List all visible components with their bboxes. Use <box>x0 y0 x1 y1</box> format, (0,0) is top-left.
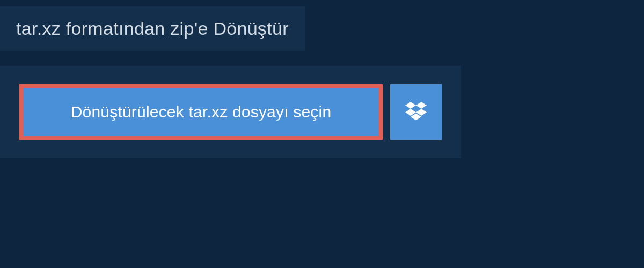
select-file-button[interactable]: Dönüştürülecek tar.xz dosyayı seçin <box>19 84 383 140</box>
button-row: Dönüştürülecek tar.xz dosyayı seçin <box>19 84 442 140</box>
page-title: tar.xz formatından zip'e Dönüştür <box>16 18 289 39</box>
dropbox-icon <box>405 102 427 122</box>
upload-panel: Dönüştürülecek tar.xz dosyayı seçin <box>0 66 461 158</box>
header-bar: tar.xz formatından zip'e Dönüştür <box>0 6 305 51</box>
dropbox-button[interactable] <box>390 84 442 140</box>
